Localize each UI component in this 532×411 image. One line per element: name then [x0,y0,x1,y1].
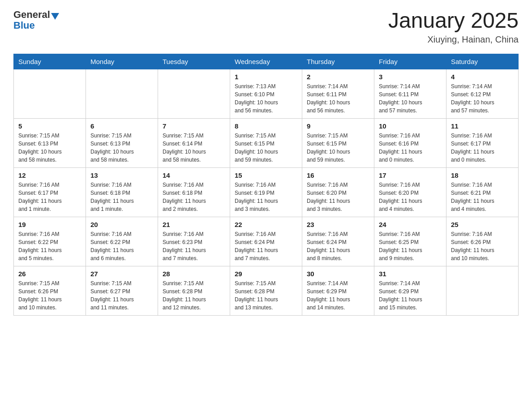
logo-blue-text: Blue [13,20,35,31]
calendar-day-cell: 14Sunrise: 7:16 AM Sunset: 6:18 PM Dayli… [158,167,230,217]
calendar-day-cell: 22Sunrise: 7:16 AM Sunset: 6:24 PM Dayli… [230,217,302,266]
calendar-day-cell: 19Sunrise: 7:16 AM Sunset: 6:22 PM Dayli… [14,217,86,266]
calendar-day-cell: 17Sunrise: 7:16 AM Sunset: 6:20 PM Dayli… [374,167,446,217]
day-info: Sunrise: 7:16 AM Sunset: 6:20 PM Dayligh… [379,181,442,213]
day-info: Sunrise: 7:15 AM Sunset: 6:14 PM Dayligh… [163,132,225,164]
day-number: 19 [18,221,81,228]
day-number: 8 [235,122,297,130]
day-number: 3 [379,73,442,81]
calendar-day-cell: 23Sunrise: 7:16 AM Sunset: 6:24 PM Dayli… [302,217,374,266]
calendar-day-cell [86,69,158,118]
calendar-day-cell: 6Sunrise: 7:15 AM Sunset: 6:13 PM Daylig… [86,118,158,167]
day-of-week-header: Monday [86,54,158,69]
day-info: Sunrise: 7:16 AM Sunset: 6:22 PM Dayligh… [18,230,81,262]
calendar-day-cell: 7Sunrise: 7:15 AM Sunset: 6:14 PM Daylig… [158,118,230,167]
calendar-day-cell: 18Sunrise: 7:16 AM Sunset: 6:21 PM Dayli… [446,167,519,217]
day-number: 17 [379,171,442,179]
calendar-day-cell: 3Sunrise: 7:14 AM Sunset: 6:11 PM Daylig… [374,69,446,118]
calendar-day-cell [14,69,86,118]
day-info: Sunrise: 7:16 AM Sunset: 6:17 PM Dayligh… [18,181,81,213]
day-of-week-header: Friday [374,54,446,69]
day-info: Sunrise: 7:16 AM Sunset: 6:26 PM Dayligh… [451,230,514,262]
month-title: January 2025 [388,9,519,33]
day-number: 1 [235,73,297,81]
day-number: 20 [90,221,153,228]
calendar-day-cell: 2Sunrise: 7:14 AM Sunset: 6:11 PM Daylig… [302,69,374,118]
calendar-day-cell: 26Sunrise: 7:15 AM Sunset: 6:26 PM Dayli… [14,266,86,315]
day-info: Sunrise: 7:16 AM Sunset: 6:17 PM Dayligh… [451,132,514,164]
calendar-day-cell: 11Sunrise: 7:16 AM Sunset: 6:17 PM Dayli… [446,118,519,167]
calendar-day-cell: 28Sunrise: 7:15 AM Sunset: 6:28 PM Dayli… [158,266,230,315]
calendar-day-cell: 5Sunrise: 7:15 AM Sunset: 6:13 PM Daylig… [14,118,86,167]
day-info: Sunrise: 7:15 AM Sunset: 6:15 PM Dayligh… [307,132,369,164]
calendar-day-cell: 9Sunrise: 7:15 AM Sunset: 6:15 PM Daylig… [302,118,374,167]
day-number: 9 [307,122,369,130]
calendar-day-cell: 20Sunrise: 7:16 AM Sunset: 6:22 PM Dayli… [86,217,158,266]
day-of-week-header: Sunday [14,54,86,69]
day-info: Sunrise: 7:14 AM Sunset: 6:11 PM Dayligh… [379,82,442,115]
day-number: 2 [307,73,369,81]
day-info: Sunrise: 7:16 AM Sunset: 6:24 PM Dayligh… [235,230,297,262]
calendar-header-row: SundayMondayTuesdayWednesdayThursdayFrid… [14,54,519,69]
calendar-day-cell: 16Sunrise: 7:16 AM Sunset: 6:20 PM Dayli… [302,167,374,217]
day-of-week-header: Wednesday [230,54,302,69]
day-info: Sunrise: 7:15 AM Sunset: 6:28 PM Dayligh… [163,279,225,312]
calendar-day-cell: 29Sunrise: 7:15 AM Sunset: 6:28 PM Dayli… [230,266,302,315]
calendar-day-cell [158,69,230,118]
day-number: 11 [451,122,514,130]
day-number: 16 [307,171,369,179]
header-right: January 2025 Xiuying, Hainan, China [388,9,519,45]
calendar-week-row: 5Sunrise: 7:15 AM Sunset: 6:13 PM Daylig… [14,118,519,167]
day-number: 5 [18,122,81,130]
day-number: 27 [90,270,153,278]
calendar-day-cell: 24Sunrise: 7:16 AM Sunset: 6:25 PM Dayli… [374,217,446,266]
calendar-day-cell [446,266,519,315]
day-number: 15 [235,171,297,179]
day-info: Sunrise: 7:16 AM Sunset: 6:16 PM Dayligh… [379,132,442,164]
day-of-week-header: Tuesday [158,54,230,69]
calendar-week-row: 12Sunrise: 7:16 AM Sunset: 6:17 PM Dayli… [14,167,519,217]
calendar-day-cell: 8Sunrise: 7:15 AM Sunset: 6:15 PM Daylig… [230,118,302,167]
day-number: 28 [163,270,225,278]
day-info: Sunrise: 7:15 AM Sunset: 6:13 PM Dayligh… [90,132,153,164]
day-info: Sunrise: 7:15 AM Sunset: 6:26 PM Dayligh… [18,279,81,312]
day-number: 25 [451,221,514,228]
day-info: Sunrise: 7:16 AM Sunset: 6:24 PM Dayligh… [307,230,369,262]
day-number: 26 [18,270,81,278]
day-number: 10 [379,122,442,130]
day-info: Sunrise: 7:16 AM Sunset: 6:20 PM Dayligh… [307,181,369,213]
calendar-week-row: 26Sunrise: 7:15 AM Sunset: 6:26 PM Dayli… [14,266,519,315]
day-number: 7 [163,122,225,130]
day-info: Sunrise: 7:16 AM Sunset: 6:25 PM Dayligh… [379,230,442,262]
day-info: Sunrise: 7:14 AM Sunset: 6:29 PM Dayligh… [379,279,442,312]
day-number: 22 [235,221,297,228]
calendar-day-cell: 10Sunrise: 7:16 AM Sunset: 6:16 PM Dayli… [374,118,446,167]
day-number: 21 [163,221,225,228]
day-number: 4 [451,73,514,81]
day-info: Sunrise: 7:16 AM Sunset: 6:19 PM Dayligh… [235,181,297,213]
day-info: Sunrise: 7:15 AM Sunset: 6:13 PM Dayligh… [18,132,81,164]
day-number: 24 [379,221,442,228]
day-number: 14 [163,171,225,179]
day-number: 31 [379,270,442,278]
calendar-day-cell: 1Sunrise: 7:13 AM Sunset: 6:10 PM Daylig… [230,69,302,118]
day-info: Sunrise: 7:14 AM Sunset: 6:11 PM Dayligh… [307,82,369,115]
day-info: Sunrise: 7:15 AM Sunset: 6:27 PM Dayligh… [90,279,153,312]
day-info: Sunrise: 7:14 AM Sunset: 6:29 PM Dayligh… [307,279,369,312]
day-number: 18 [451,171,514,179]
calendar-day-cell: 21Sunrise: 7:16 AM Sunset: 6:23 PM Dayli… [158,217,230,266]
logo: General Blue [13,9,59,31]
day-number: 29 [235,270,297,278]
calendar-day-cell: 31Sunrise: 7:14 AM Sunset: 6:29 PM Dayli… [374,266,446,315]
calendar-week-row: 1Sunrise: 7:13 AM Sunset: 6:10 PM Daylig… [14,69,519,118]
calendar-day-cell: 27Sunrise: 7:15 AM Sunset: 6:27 PM Dayli… [86,266,158,315]
calendar-day-cell: 13Sunrise: 7:16 AM Sunset: 6:18 PM Dayli… [86,167,158,217]
calendar-day-cell: 15Sunrise: 7:16 AM Sunset: 6:19 PM Dayli… [230,167,302,217]
day-number: 30 [307,270,369,278]
logo-general-text: General [13,9,50,21]
day-of-week-header: Thursday [302,54,374,69]
page-header: General Blue January 2025 Xiuying, Haina… [13,9,519,45]
day-of-week-header: Saturday [446,54,519,69]
day-info: Sunrise: 7:15 AM Sunset: 6:15 PM Dayligh… [235,132,297,164]
day-number: 23 [307,221,369,228]
